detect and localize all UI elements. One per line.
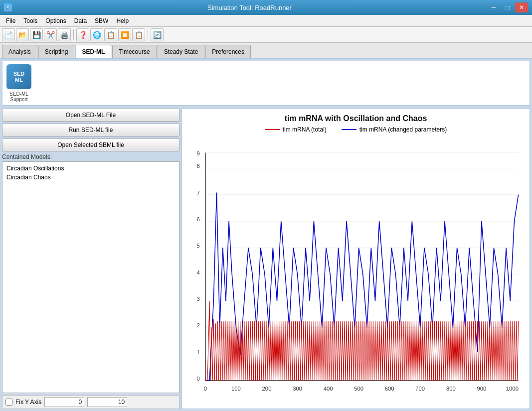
open-sbml-button[interactable]: Open Selected SBML file [2, 138, 179, 151]
legend-item-total: tim mRNA (total) [265, 126, 327, 133]
fix-y-min-input[interactable] [44, 397, 84, 407]
sedml-icon-label: SED-ML Support [9, 91, 28, 102]
tab-steady-state[interactable]: Steady State [158, 45, 205, 58]
toolbar-save[interactable]: 💾 [30, 28, 43, 41]
toolbar-new[interactable]: 📄 [2, 28, 15, 41]
tabs-bar: Analysis Scripting SED-ML Timecourse Ste… [0, 43, 532, 59]
title-bar: 🔬 Simulation Tool: RoadRunner ─ □ ✕ [0, 0, 532, 15]
sedml-icon-line1: SED [13, 71, 25, 77]
run-sedml-button[interactable]: Run SED-ML file [2, 124, 179, 137]
models-label: Contained Models: [2, 153, 179, 160]
model-item-1[interactable]: Circadian Oscillations [4, 164, 177, 173]
svg-text:500: 500 [354, 386, 363, 392]
maximize-button[interactable]: □ [501, 2, 514, 12]
toolbar-web[interactable]: 🌐 [90, 28, 103, 41]
top-panel: SED ML SED-ML Support [2, 61, 530, 106]
svg-text:5: 5 [196, 243, 199, 249]
toolbar-copy[interactable]: 📋 [104, 28, 117, 41]
legend-label-changed: tim mRNA (changed parameters) [359, 126, 447, 133]
svg-text:2: 2 [196, 322, 199, 328]
title-bar-left: 🔬 [4, 3, 12, 11]
svg-text:800: 800 [446, 386, 456, 392]
svg-text:0: 0 [204, 386, 207, 392]
chart-title: tim mRNA with Oscillation and Chaos [187, 114, 525, 123]
models-section: Contained Models: Circadian Oscillations… [2, 153, 179, 393]
legend-line-blue [342, 129, 356, 130]
left-column: Open SED-ML File Run SED-ML file Open Se… [2, 109, 179, 409]
tab-preferences[interactable]: Preferences [205, 45, 251, 58]
chart-panel: tim mRNA with Oscillation and Chaos tim … [181, 109, 530, 409]
toolbar-open[interactable]: 📂 [16, 28, 29, 41]
svg-text:900: 900 [477, 386, 486, 392]
svg-text:4: 4 [196, 270, 199, 275]
legend-item-changed: tim mRNA (changed parameters) [342, 126, 447, 133]
menu-data[interactable]: Data [70, 15, 91, 26]
open-sedml-button[interactable]: Open SED-ML File [2, 109, 179, 122]
close-button[interactable]: ✕ [515, 2, 528, 12]
menu-bar: File Tools Options Data SBW Help [0, 15, 532, 27]
menu-tools[interactable]: Tools [19, 15, 41, 26]
svg-text:9: 9 [196, 150, 199, 156]
window-title: Simulation Tool: RoadRunner [12, 4, 487, 11]
legend-label-total: tim mRNA (total) [283, 126, 327, 133]
fix-y-checkbox[interactable] [5, 399, 12, 406]
toolbar-sep-2 [148, 29, 148, 40]
toolbar-sep-1 [73, 29, 74, 40]
svg-text:200: 200 [262, 386, 272, 392]
svg-text:8: 8 [196, 163, 199, 169]
toolbar-print[interactable]: 🖨️ [58, 28, 71, 41]
svg-text:400: 400 [324, 386, 333, 392]
tab-scripting[interactable]: Scripting [38, 45, 75, 58]
button-panel: Open SED-ML File Run SED-ML file Open Se… [2, 109, 179, 151]
legend-line-red [265, 129, 280, 130]
svg-text:700: 700 [415, 386, 425, 392]
svg-text:7: 7 [196, 190, 199, 196]
menu-options[interactable]: Options [41, 15, 70, 26]
menu-file[interactable]: File [2, 15, 19, 26]
svg-text:0: 0 [196, 376, 199, 382]
models-list[interactable]: Circadian Oscillations Circadian Chaos [2, 161, 179, 393]
chart-svg: 0 1 2 3 4 5 6 7 8 9 0 100 200 300 400 [187, 137, 525, 404]
fix-y-axis-row: Fix Y Axis [2, 395, 179, 409]
svg-text:6: 6 [196, 216, 199, 222]
svg-text:1: 1 [196, 349, 199, 355]
svg-text:100: 100 [231, 386, 241, 392]
svg-text:1000: 1000 [506, 386, 519, 392]
fix-y-label: Fix Y Axis [15, 399, 41, 406]
minimize-button[interactable]: ─ [487, 2, 500, 12]
svg-text:600: 600 [385, 386, 394, 392]
svg-text:300: 300 [293, 386, 302, 392]
chart-legend: tim mRNA (total) tim mRNA (changed param… [187, 126, 525, 133]
tab-sedml[interactable]: SED-ML [75, 45, 111, 58]
sedml-icon-line2: ML [15, 77, 23, 83]
content-wrapper: SED ML SED-ML Support Open SED-ML File R… [0, 59, 532, 411]
menu-help[interactable]: Help [112, 15, 133, 26]
panels-row: Open SED-ML File Run SED-ML file Open Se… [0, 107, 532, 411]
app-icon: 🔬 [4, 3, 12, 11]
toolbar-cut[interactable]: ✂️ [44, 28, 57, 41]
chart-area: 0 1 2 3 4 5 6 7 8 9 0 100 200 300 400 [187, 137, 525, 404]
svg-text:3: 3 [196, 296, 199, 302]
menu-sbw[interactable]: SBW [91, 15, 112, 26]
window-controls: ─ □ ✕ [487, 2, 528, 12]
tab-timecourse[interactable]: Timecourse [112, 45, 156, 58]
sedml-icon-container[interactable]: SED ML SED-ML Support [6, 64, 31, 102]
sedml-icon[interactable]: SED ML [6, 64, 31, 89]
toolbar-stop[interactable]: ⏹️ [118, 28, 131, 41]
tab-analysis[interactable]: Analysis [2, 45, 37, 58]
toolbar-help[interactable]: ❓ [76, 28, 89, 41]
toolbar-paste[interactable]: 📋 [132, 28, 145, 41]
toolbar: 📄 📂 💾 ✂️ 🖨️ ❓ 🌐 📋 ⏹️ 📋 🔄 [0, 27, 532, 43]
model-item-2[interactable]: Circadian Chaos [4, 173, 177, 182]
toolbar-refresh[interactable]: 🔄 [151, 28, 164, 41]
fix-y-max-input[interactable] [87, 397, 127, 407]
